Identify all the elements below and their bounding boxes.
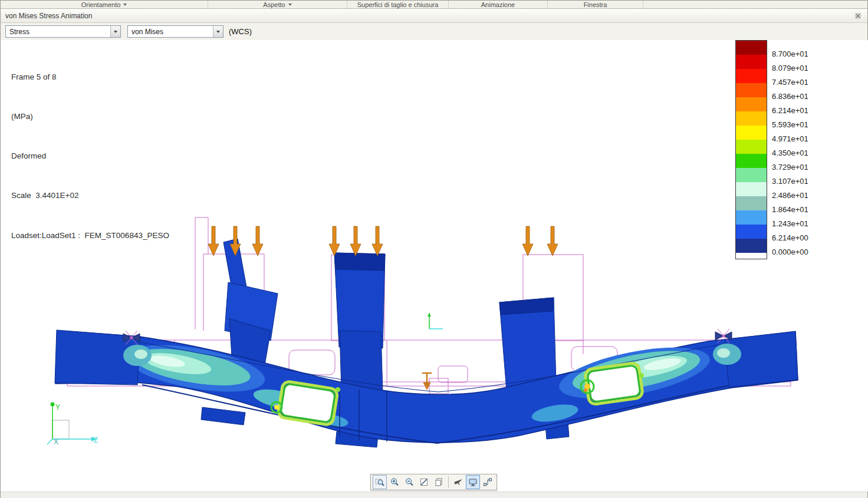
legend-value: 4.971e+01: [772, 132, 808, 146]
legend-color-swatch: [736, 168, 767, 182]
panel-close-icon[interactable]: [853, 11, 863, 21]
status-strip: [1, 492, 867, 498]
frame-label: Frame 5 of 8: [11, 71, 169, 84]
panel-title: von Mises Stress Animation: [5, 12, 92, 20]
chevron-down-icon: [288, 4, 292, 6]
legend-labels: 8.700e+018.079e+017.457e+016.836e+016.21…: [772, 40, 808, 259]
legend-value: 5.593e+01: [772, 118, 808, 132]
result-info-block: Frame 5 of 8 (MPa) Deformed Scale 3.4401…: [11, 44, 169, 269]
cutout-left: [278, 381, 338, 426]
ribbon-group-label: Animazione: [481, 1, 515, 8]
ribbon-group-label: Orientamento: [81, 1, 121, 8]
legend-value: 6.214e+00: [772, 231, 808, 245]
redraw-button[interactable]: [417, 475, 431, 489]
ribbon-group-label: Superfici di taglio e chiusura: [357, 1, 439, 8]
stress-legend: 8.700e+018.079e+017.457e+016.836e+016.21…: [735, 40, 808, 259]
scale-label: Scale 3.4401E+02: [11, 189, 169, 202]
legend-color-swatch: [736, 140, 767, 154]
legend-color-swatch: [736, 126, 767, 140]
toolbar-separator: [448, 476, 449, 488]
quantity-dropdown[interactable]: Stress: [5, 25, 121, 38]
legend-color-swatch: [736, 196, 767, 210]
legend-color-swatch: [736, 210, 767, 225]
state-label: Deformed: [11, 150, 169, 163]
load-arrows: [208, 226, 558, 256]
ribbon-group-finestra[interactable]: Finestra: [548, 1, 643, 8]
units-label: (MPa): [11, 110, 169, 123]
zoom-window-button[interactable]: [373, 475, 387, 489]
application-window: OrientamentoAspettoSuperfici di taglio e…: [0, 0, 868, 498]
view-toolbar: [370, 474, 497, 490]
legend-color-bar: [735, 40, 767, 259]
legend-value: 7.457e+01: [772, 75, 808, 90]
legend-color-swatch: [736, 97, 767, 111]
zoom-in-button[interactable]: [387, 475, 402, 489]
legend-color-swatch: [736, 239, 767, 253]
chevron-down-icon[interactable]: [110, 26, 120, 37]
legend-value: 8.700e+01: [772, 47, 808, 61]
ribbon-group-label: Aspetto: [263, 1, 285, 8]
ribbon-bar: OrientamentoAspettoSuperfici di taglio e…: [1, 1, 867, 9]
legend-value: 3.107e+01: [772, 174, 808, 189]
results-toolbar: Stress von Mises (WCS): [1, 23, 867, 40]
display-settings-button[interactable]: [466, 475, 480, 489]
zoom-out-button[interactable]: [402, 475, 416, 489]
fly-through-button[interactable]: [451, 475, 465, 489]
legend-color-swatch: [736, 69, 767, 83]
component-dropdown-value: von Mises: [128, 26, 213, 37]
legend-color-swatch: [736, 154, 767, 168]
legend-value: 3.729e+01: [772, 160, 808, 174]
chevron-down-icon: [123, 4, 127, 6]
legend-color-swatch: [736, 182, 767, 196]
legend-color-swatch: [736, 111, 767, 126]
legend-color-swatch: [736, 225, 767, 239]
legend-value: 6.214e+01: [772, 104, 808, 118]
legend-color-swatch: [736, 55, 767, 69]
connections-button[interactable]: [481, 475, 495, 489]
legend-value: 0.000e+00: [772, 245, 808, 259]
panel-titlebar: von Mises Stress Animation: [1, 9, 867, 23]
wcs-triad: [428, 313, 443, 329]
legend-value: 1.243e+01: [772, 217, 808, 231]
legend-color-swatch: [736, 83, 767, 97]
ribbon-group-animazione[interactable]: Animazione: [449, 1, 548, 8]
triad-z-label: Z: [94, 436, 98, 444]
copy-image-button[interactable]: [432, 475, 446, 489]
legend-value: 2.486e+01: [772, 189, 808, 203]
loadset-label: Loadset:LoadSet1 : FEM_ST006843_PESO: [11, 229, 169, 242]
ribbon-group-label: Finestra: [584, 1, 607, 8]
view-triad: Y X Z: [47, 403, 98, 447]
triad-y-label: Y: [55, 403, 60, 411]
quantity-dropdown-value: Stress: [6, 26, 110, 37]
legend-value: 8.079e+01: [772, 61, 808, 75]
csys-label: (WCS): [229, 27, 252, 36]
ribbon-group-orientamento[interactable]: Orientamento: [1, 1, 208, 8]
triad-x-label: X: [54, 438, 58, 446]
graphics-viewport[interactable]: Y X Z Frame 5 of 8 (MPa) Deformed Scale …: [1, 40, 868, 492]
legend-value: 1.864e+01: [772, 203, 808, 217]
legend-value: 6.836e+01: [772, 90, 808, 104]
legend-value: 4.350e+01: [772, 146, 808, 160]
ribbon-group-superfici-di-taglio-e-chiusura[interactable]: Superfici di taglio e chiusura: [347, 1, 449, 8]
anchor-symbol: [422, 373, 432, 390]
ribbon-group-aspetto[interactable]: Aspetto: [208, 1, 347, 8]
component-dropdown[interactable]: von Mises: [127, 25, 223, 38]
chevron-down-icon[interactable]: [213, 26, 223, 37]
legend-color-swatch: [736, 41, 767, 55]
